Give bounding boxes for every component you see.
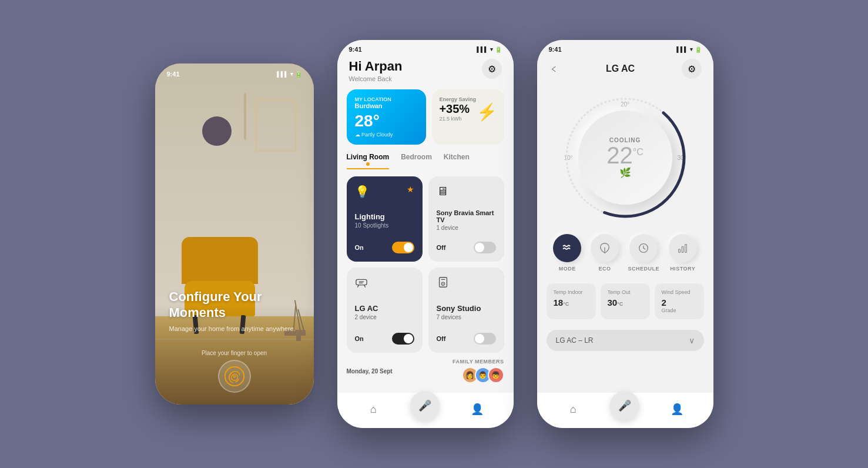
wind-speed-label: Wind Speed xyxy=(662,289,697,295)
phone3-settings-button[interactable]: ⚙ xyxy=(682,59,702,79)
phone-3: 9:41 ▌▌▌ ▾ 🔋 ﹤ LG AC ⚙ 20° 10° 30° xyxy=(537,40,713,428)
fingerprint-icon xyxy=(224,366,245,387)
fingerprint-area: Place your finger to open xyxy=(169,350,300,393)
phone3-nav-home-button[interactable]: ⌂ xyxy=(561,397,585,421)
room-selector[interactable]: LG AC – LR ∨ xyxy=(547,330,704,351)
device-info-lighting: Lighting 10 Spotlights xyxy=(355,212,414,229)
tv-name: Sony Bravia Smart TV xyxy=(437,209,496,223)
fingerprint-button[interactable] xyxy=(218,360,251,393)
tv-icon: 🖥 xyxy=(437,185,448,198)
lighting-toggle-row: On xyxy=(355,242,414,253)
weather-temp: 28° xyxy=(355,112,418,131)
lighting-status: On xyxy=(355,244,364,251)
phone3-title: LG AC xyxy=(606,63,635,74)
phone1-background: 9:41 ▌▌▌ ▾ 🔋 Configure YourMoments Manag… xyxy=(155,63,314,405)
leaf-icon: 🌿 xyxy=(619,167,631,178)
phone3-settings-icon: ⚙ xyxy=(688,63,696,75)
steam-icon xyxy=(561,242,574,255)
ac-count: 2 device xyxy=(355,314,414,320)
phone2-statusbar: 9:41 ▌▌▌ ▾ 🔋 xyxy=(337,40,514,55)
phone3-nav-profile-button[interactable]: 👤 xyxy=(665,397,689,421)
tab-kitchen[interactable]: Kitchen xyxy=(444,153,470,169)
phone1-title: Configure YourMoments xyxy=(169,289,300,320)
ac-mode-button[interactable]: MODE xyxy=(553,234,581,272)
greeting-sub: Welcome Back xyxy=(349,75,403,82)
device-card-tv[interactable]: 🖥 Sony Bravia Smart TV 1 device Off xyxy=(428,176,504,262)
nav-mic-button[interactable]: 🎤 xyxy=(410,391,440,420)
devices-grid: 💡 ★ Lighting 10 Spotlights On 🖥 So xyxy=(337,176,514,353)
temp-out-tile: Temp Out 30°C xyxy=(601,283,650,319)
energy-label: Energy Saving xyxy=(439,96,476,102)
profile-icon: 👤 xyxy=(471,403,484,416)
weather-card: My Location Burdwan 28° ☁ Partly Cloudy xyxy=(347,89,427,145)
history-label: HISTORY xyxy=(670,266,695,272)
thermostat-container: 20° 10° 30° COOLING 22°C 🌿 xyxy=(537,87,713,228)
tab-living-room[interactable]: Living Room xyxy=(347,153,390,169)
back-button[interactable]: ﹤ xyxy=(549,62,559,76)
phone3-statusbar: 9:41 ▌▌▌ ▾ 🔋 xyxy=(537,40,713,55)
studio-status: Off xyxy=(437,335,446,342)
phone2-status-icons: ▌▌▌ ▾ 🔋 xyxy=(477,46,501,53)
ac-status: On xyxy=(355,335,364,342)
phone1-time: 9:41 xyxy=(167,71,180,78)
device-card-ac[interactable]: LG AC 2 device On xyxy=(347,268,423,353)
device-card-studio[interactable]: Sony Studio 7 devices Off xyxy=(428,268,504,353)
schedule-label: SCHEDULE xyxy=(628,266,660,272)
ac-toggle-row: On xyxy=(355,333,414,345)
weather-condition: ☁ Partly Cloudy xyxy=(355,132,418,138)
svg-line-15 xyxy=(644,248,645,249)
mode-label: MODE xyxy=(559,266,576,272)
lighting-icon: 💡 xyxy=(355,185,370,199)
wind-speed-unit: Grade xyxy=(662,307,697,313)
room-selector-text: LG AC – LR xyxy=(556,336,594,345)
phone3-home-icon: ⌂ xyxy=(570,403,577,416)
phone3-navbar: ⌂ 🎤 👤 xyxy=(537,393,713,428)
phone2-footer: Monday, 20 Sept FAMILY MEMBERS 👩 👨 👦 xyxy=(337,353,514,393)
history-icon xyxy=(676,242,689,255)
ac-toggle[interactable] xyxy=(392,333,414,345)
phone-2: 9:41 ▌▌▌ ▾ 🔋 Hi Arpan Welcome Back ⚙ My … xyxy=(337,40,514,428)
phone3-nav-mic-button[interactable]: 🎤 xyxy=(610,391,639,420)
nav-profile-button[interactable]: 👤 xyxy=(465,397,489,421)
device-card-lighting[interactable]: 💡 ★ Lighting 10 Spotlights On xyxy=(347,176,423,262)
temp-out-unit: °C xyxy=(617,301,623,307)
tab-bedroom[interactable]: Bedroom xyxy=(401,153,432,169)
lighting-name: Lighting xyxy=(355,212,414,221)
family-label: FAMILY MEMBERS xyxy=(453,359,504,365)
avatar-3: 👦 xyxy=(488,367,504,383)
phone1-content: Configure YourMoments Manage your home f… xyxy=(155,289,314,405)
phone2-navbar: ⌂ 🎤 👤 xyxy=(337,393,514,428)
mic-icon: 🎤 xyxy=(418,399,431,412)
mode-circle xyxy=(553,234,581,262)
ac-eco-button[interactable]: ECO xyxy=(591,234,619,272)
room-tabs[interactable]: Living Room Bedroom Kitchen xyxy=(337,153,514,169)
ac-history-button[interactable]: HISTORY xyxy=(669,234,697,272)
greeting-main: Hi Arpan xyxy=(349,59,403,74)
settings-button[interactable]: ⚙ xyxy=(482,59,502,79)
temp-out-label: Temp Out xyxy=(608,289,643,295)
phone3-body: 9:41 ▌▌▌ ▾ 🔋 ﹤ LG AC ⚙ 20° 10° 30° xyxy=(537,40,713,428)
eco-circle xyxy=(591,234,619,262)
footer-date-row: Monday, 20 Sept FAMILY MEMBERS 👩 👨 👦 xyxy=(347,359,504,383)
device-header-tv: 🖥 xyxy=(437,185,496,198)
ac-schedule-button[interactable]: SCHEDULE xyxy=(628,234,660,272)
temp-indoor-label: Temp Indoor xyxy=(554,289,589,295)
thermostat-dial[interactable]: 20° 10° 30° COOLING 22°C 🌿 xyxy=(561,93,690,222)
ac-icon xyxy=(355,276,368,292)
cards-row: My Location Burdwan 28° ☁ Partly Cloudy … xyxy=(337,89,514,145)
tv-toggle[interactable] xyxy=(474,242,496,253)
cloud-icon: ☁ xyxy=(355,132,362,138)
studio-toggle[interactable] xyxy=(474,333,496,345)
wind-speed-tile: Wind Speed 2 Grade xyxy=(655,283,704,319)
thermostat-inner: COOLING 22°C 🌿 xyxy=(578,111,672,205)
device-header-studio xyxy=(437,276,496,292)
lighting-toggle[interactable] xyxy=(392,242,414,253)
ac-name: LG AC xyxy=(355,304,414,313)
phone3-header: ﹤ LG AC ⚙ xyxy=(537,55,713,87)
thermo-temp: 22°C xyxy=(606,143,643,167)
nav-home-button[interactable]: ⌂ xyxy=(361,397,385,421)
wind-speed-value: 2 xyxy=(662,297,697,307)
weather-location: Burdwan xyxy=(355,102,418,109)
wall-frame xyxy=(255,99,296,152)
device-info-ac: LG AC 2 device xyxy=(355,304,414,320)
